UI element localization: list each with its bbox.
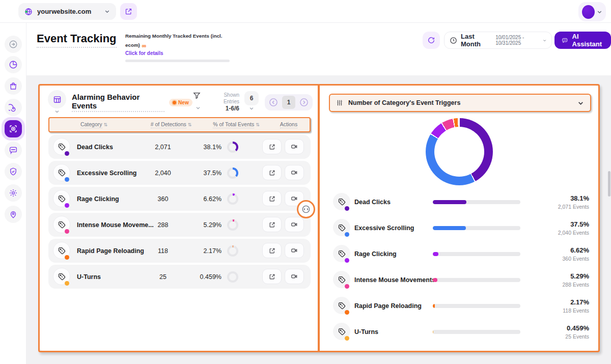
chevron-down-icon	[104, 9, 110, 14]
category-label: Rapid Page Reloading	[77, 247, 144, 255]
page-size-selector[interactable]: 6	[244, 91, 259, 114]
chevron-down-icon	[196, 105, 201, 110]
shown-entries: Shown Entries 1-6/6	[207, 92, 239, 113]
shopping-bag-icon[interactable]	[5, 77, 22, 95]
open-details-button[interactable]	[262, 243, 282, 258]
category-label: Excessive Scrolling	[354, 225, 414, 232]
chevron-down-icon	[543, 38, 546, 43]
top-bar: yourwebsite.com	[0, 0, 611, 23]
refresh-button[interactable]	[423, 32, 440, 49]
percent-value: 6.62%	[186, 195, 221, 203]
badge-dot-icon	[173, 101, 176, 104]
table-row[interactable]: U-Turns 25 0.459%	[48, 265, 311, 289]
chart-title: Number of Category's Event Triggers	[348, 99, 572, 106]
detections-value: 2,071	[143, 144, 183, 151]
legend-row[interactable]: Rapid Page Reloading 2.17% 118 Events	[320, 295, 598, 317]
percent-value: 37.5%	[533, 220, 589, 229]
category-label: Rapid Page Reloading	[354, 302, 422, 310]
sort-icon: ⇅	[188, 122, 192, 127]
chevron-down-icon	[54, 109, 60, 114]
legend-row[interactable]: Dead Clicks 38.1% 2,071 Events	[320, 191, 598, 213]
next-page-button[interactable]	[298, 97, 310, 108]
open-details-button[interactable]	[262, 269, 282, 284]
panels-highlight-box: Alarming Behavior Events New Shown Entri…	[38, 84, 600, 352]
filter-button[interactable]	[192, 91, 203, 114]
domain-selector[interactable]: yourwebsite.com	[18, 3, 116, 20]
category-label: Dead Clicks	[354, 199, 391, 206]
session-recording-button[interactable]	[285, 139, 304, 154]
percent-bar	[433, 226, 520, 230]
sliders-icon	[336, 99, 343, 106]
category-label: Excessive Scrolling	[77, 170, 136, 177]
shield-check-icon[interactable]	[5, 163, 22, 180]
legend-row[interactable]: U-Turns 0.459% 25 Events	[320, 321, 598, 343]
category-color-dot	[65, 281, 69, 286]
legend-values: 38.1% 2,071 Events	[533, 194, 589, 210]
events-table-panel: Alarming Behavior Events New Shown Entri…	[40, 86, 318, 351]
category-color-dot	[345, 232, 349, 237]
ai-assistant-label: AI Assistant	[572, 33, 604, 48]
prev-page-button[interactable]	[268, 97, 279, 108]
legend-values: 5.29% 288 Events	[533, 272, 589, 288]
column-detections[interactable]: # of Detections⇅	[138, 121, 204, 128]
map-pin-icon[interactable]	[5, 206, 22, 223]
table-view-selector[interactable]	[48, 90, 66, 115]
percent-value: 6.62%	[533, 246, 589, 255]
detections-value: 360	[143, 195, 183, 203]
percent-ring	[227, 271, 238, 283]
percent-value: 5.29%	[533, 272, 589, 281]
session-recording-button[interactable]	[285, 269, 304, 284]
percent-value: 2.17%	[533, 298, 589, 307]
category-color-dot	[65, 255, 69, 260]
open-details-button[interactable]	[262, 191, 282, 206]
chart-metric-selector[interactable]: Number of Category's Event Triggers	[329, 94, 591, 112]
date-range-selector[interactable]: Last Month 10/01/2025 - 10/31/2025	[444, 32, 552, 49]
resize-panels-button[interactable]	[297, 200, 315, 218]
page-title: Event Tracking	[37, 32, 117, 48]
table-row[interactable]: Rage Clicking 360 6.62%	[48, 187, 311, 211]
click-for-details-link[interactable]: Click for details	[125, 50, 235, 56]
session-recording-button[interactable]	[285, 243, 304, 258]
category-label: Intense Mouse Movements	[354, 276, 435, 284]
open-details-button[interactable]	[262, 217, 282, 232]
open-details-button[interactable]	[262, 139, 282, 154]
category-label: Dead Clicks	[77, 144, 113, 151]
table-row[interactable]: Rapid Page Reloading 118 2.17%	[48, 239, 311, 263]
percent-ring	[227, 142, 238, 153]
donut-chart	[426, 118, 493, 185]
open-website-button[interactable]	[120, 3, 137, 20]
period-range: 10/01/2025 - 10/31/2025	[495, 35, 541, 46]
column-percent[interactable]: % of Total Events⇅	[204, 121, 269, 128]
percent-bar	[433, 330, 520, 334]
collapse-icon[interactable]	[5, 36, 22, 53]
spiral-icon[interactable]	[5, 99, 22, 116]
legend-row[interactable]: Rage Clicking 6.62% 360 Events	[320, 243, 598, 265]
category-color-dot	[345, 310, 349, 315]
domain-label: yourwebsite.com	[37, 8, 100, 15]
chat-icon[interactable]	[5, 142, 22, 159]
pie-chart-icon[interactable]	[5, 56, 22, 73]
percent-bar-fill	[433, 252, 438, 256]
table-row[interactable]: Intense Mouse Moveme... 288 5.29%	[48, 213, 311, 237]
percent-bar-fill	[433, 226, 466, 230]
page-number[interactable]: 1	[282, 96, 295, 109]
session-recording-button[interactable]	[285, 165, 304, 180]
event-target-icon[interactable]	[5, 120, 22, 137]
ai-assistant-button[interactable]: AI Assistant	[554, 32, 611, 49]
legend-row[interactable]: Intense Mouse Movements 5.29% 288 Events	[320, 269, 598, 291]
table-row[interactable]: Dead Clicks 2,071 38.1%	[48, 135, 311, 159]
account-menu[interactable]	[578, 2, 606, 21]
session-recording-button[interactable]	[285, 217, 304, 232]
legend-values: 37.5% 2,040 Events	[533, 220, 589, 236]
percent-value: 0.459%	[533, 324, 589, 333]
sidebar	[0, 23, 26, 364]
scrollbar-thumb[interactable]	[608, 171, 610, 197]
column-category[interactable]: Category⇅	[49, 121, 138, 128]
category-color-dot	[345, 206, 349, 211]
category-label: U-Turns	[354, 328, 378, 335]
legend-row[interactable]: Excessive Scrolling 37.5% 2,040 Events	[320, 217, 598, 239]
open-details-button[interactable]	[262, 165, 282, 180]
percent-ring	[227, 219, 238, 231]
gear-icon[interactable]	[5, 184, 22, 202]
table-row[interactable]: Excessive Scrolling 2,040 37.5%	[48, 161, 311, 185]
